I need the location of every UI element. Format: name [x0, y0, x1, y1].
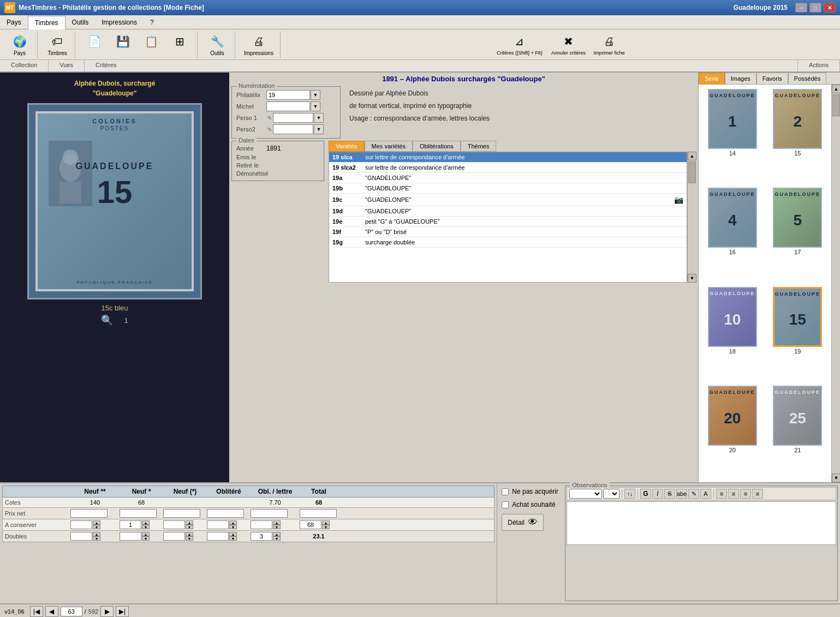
doubles-neuf2-up[interactable]: ▲: [93, 532, 100, 536]
conserver-total-down[interactable]: ▼: [322, 525, 330, 529]
menu-help[interactable]: ?: [144, 15, 160, 29]
variety-row-6[interactable]: 19e petit "G" à "GUADELOUPE": [329, 217, 687, 227]
series-item-17[interactable]: GUADELOUPE 5 17: [766, 185, 830, 282]
pays-button[interactable]: 🌍 Pays: [7, 32, 33, 57]
philatelix-input[interactable]: [266, 90, 310, 100]
obs-font-select[interactable]: [569, 489, 602, 499]
collection-btn4[interactable]: ⊞: [167, 32, 193, 51]
section-vues[interactable]: Vues: [49, 60, 85, 71]
conserver-oblitere-down[interactable]: ▼: [229, 525, 237, 529]
obs-size-select[interactable]: [603, 489, 619, 499]
conserver-obl-lettre-down[interactable]: ▼: [273, 525, 281, 529]
outils-button[interactable]: 🔧 Outils: [204, 32, 230, 57]
variety-row-5[interactable]: 19d "GUADELOUEP": [329, 206, 687, 217]
prix-neuf2-input[interactable]: [70, 509, 108, 518]
prix-total-input[interactable]: [300, 509, 337, 518]
tab-themes[interactable]: Thèmes: [461, 141, 497, 152]
section-collection[interactable]: Collection: [0, 60, 49, 71]
checkbox-achat-souhaite[interactable]: [502, 501, 509, 508]
conserver-neufp-down[interactable]: ▼: [186, 525, 193, 529]
doubles-oblitere-up[interactable]: ▲: [229, 532, 237, 536]
conserver-neuf2-up[interactable]: ▲: [93, 520, 100, 525]
scroll-down-btn[interactable]: ▼: [688, 274, 696, 283]
conserver-obl-lettre-input[interactable]: [251, 520, 272, 529]
nav-prev-btn[interactable]: ◀: [45, 606, 58, 617]
conserver-obl-lettre-up[interactable]: ▲: [273, 520, 281, 525]
variety-row-4[interactable]: 19c "GUADELONPE" 📷: [329, 194, 687, 206]
variety-row-3[interactable]: 19b "GUADBLOUPE": [329, 183, 687, 194]
series-scrollbar[interactable]: ▲ ▼: [831, 85, 840, 482]
prix-obl-lettre-input[interactable]: [251, 509, 288, 518]
stamp-image[interactable]: COLONIES POSTES GUADELOUPE 15 REPUBLIQUE…: [27, 103, 202, 299]
doubles-obl-lettre-input[interactable]: [251, 532, 272, 541]
scroll-up-btn[interactable]: ▲: [688, 152, 696, 160]
nav-next-btn[interactable]: ▶: [100, 606, 114, 617]
minimize-button[interactable]: ─: [795, 3, 807, 13]
doubles-oblitere-input[interactable]: [207, 532, 229, 541]
conserver-oblitere-input[interactable]: [207, 520, 229, 529]
obs-underline-btn[interactable]: abe: [676, 489, 687, 499]
doubles-obl-lettre-up[interactable]: ▲: [273, 532, 281, 536]
michel-dropdown[interactable]: ▼: [311, 101, 320, 111]
conserver-neuf2-input[interactable]: [70, 520, 92, 529]
criteres-button[interactable]: ⊿ Critères ([Shift] + F8): [492, 32, 547, 57]
tab-varietes[interactable]: Variétés: [329, 141, 365, 152]
conserver-oblitere-up[interactable]: ▲: [229, 520, 237, 525]
variety-scrollbar[interactable]: ▲ ▼: [687, 152, 696, 283]
section-actions[interactable]: Actions: [798, 60, 840, 71]
menu-outils[interactable]: Outils: [65, 15, 96, 29]
perso1-edit-icon[interactable]: ✎: [267, 115, 272, 121]
conserver-neuf2-down[interactable]: ▼: [93, 525, 100, 529]
series-item-16[interactable]: GUADELOUPE 4 16: [701, 185, 764, 282]
doubles-neufp-input[interactable]: [163, 532, 185, 541]
series-item-21[interactable]: GUADELOUPE 25 21: [766, 384, 830, 480]
variety-row-7[interactable]: 19f "P" ou "D" brisé: [329, 227, 687, 237]
variety-row-0[interactable]: 19 slca sur lettre de correspondance d'a…: [329, 152, 687, 163]
perso2-dropdown[interactable]: ▼: [314, 124, 324, 134]
nav-first-btn[interactable]: |◀: [30, 606, 43, 617]
nav-current-input[interactable]: [61, 607, 82, 616]
prix-oblitere-input[interactable]: [207, 509, 244, 518]
obs-bold-btn[interactable]: G: [640, 489, 651, 499]
scroll-thumb[interactable]: [688, 161, 696, 183]
zoom-icon[interactable]: 🔍: [101, 314, 113, 326]
conserver-neufp-input[interactable]: [163, 520, 185, 529]
doubles-neuf2-input[interactable]: [70, 532, 92, 541]
series-item-18[interactable]: GUADELOUPE 10 18: [701, 285, 764, 381]
series-scroll-track[interactable]: [832, 93, 840, 474]
menu-timbres[interactable]: Timbres: [28, 16, 65, 29]
collection-btn2[interactable]: 💾: [110, 32, 136, 51]
detail-button[interactable]: Détail 👁: [502, 514, 544, 531]
nav-last-btn[interactable]: ▶|: [116, 606, 129, 617]
observations-textarea[interactable]: [567, 501, 836, 545]
perso1-dropdown[interactable]: ▼: [314, 113, 324, 123]
series-item-20[interactable]: GUADELOUPE 20 20: [701, 384, 764, 480]
close-button[interactable]: ✕: [824, 3, 836, 13]
doubles-oblitere-down[interactable]: ▼: [229, 536, 237, 541]
obs-arrows-btn[interactable]: ↑↓: [624, 489, 635, 499]
menu-pays[interactable]: Pays: [0, 15, 28, 29]
doubles-neufp-up[interactable]: ▲: [186, 532, 193, 536]
collection-btn3[interactable]: 📋: [139, 32, 165, 51]
tab-serie[interactable]: Série: [699, 73, 725, 84]
doubles-neufp-down[interactable]: ▼: [186, 536, 193, 541]
conserver-total-input[interactable]: [300, 520, 321, 529]
doubles-neuf2-down[interactable]: ▼: [93, 536, 100, 541]
doubles-obl-lettre-down[interactable]: ▼: [273, 536, 281, 541]
obs-strike-btn[interactable]: S: [664, 489, 675, 499]
prix-neufp-input[interactable]: [163, 509, 200, 518]
conserver-neufp-up[interactable]: ▲: [186, 520, 193, 525]
conserver-neuf1-up[interactable]: ▲: [142, 520, 150, 525]
series-scroll-up[interactable]: ▲: [832, 85, 840, 93]
series-scroll-thumb[interactable]: [832, 94, 840, 116]
timbres-button[interactable]: 🏷 Timbres: [44, 32, 70, 57]
series-item-19[interactable]: GUADELOUPE 15 19: [766, 285, 830, 381]
collection-btn1[interactable]: 📄: [82, 32, 108, 51]
philatelix-dropdown[interactable]: ▼: [311, 90, 320, 100]
obs-color-btn[interactable]: A: [700, 489, 711, 499]
annuler-button[interactable]: ✖ Annuler critères: [549, 32, 588, 57]
menu-impressions[interactable]: Impressions: [95, 15, 144, 29]
scroll-track[interactable]: [688, 160, 696, 274]
perso2-edit-icon[interactable]: ✎: [267, 127, 272, 133]
tab-favoris[interactable]: Favoris: [756, 73, 788, 84]
